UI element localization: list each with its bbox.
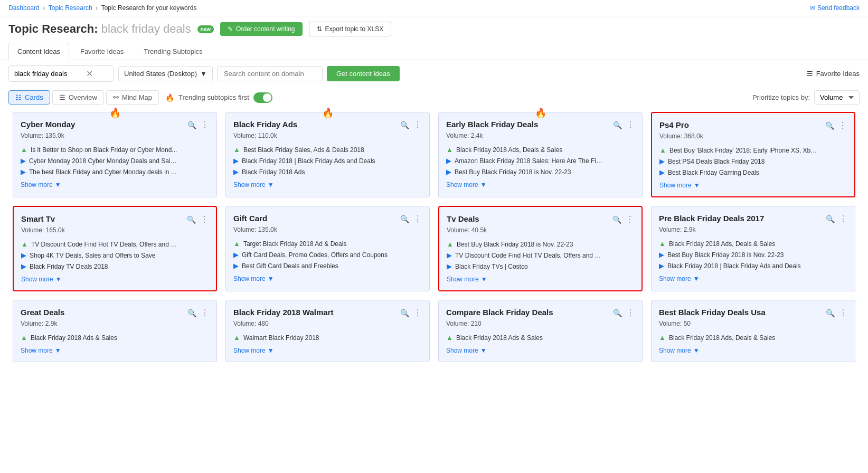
card-search-icon[interactable]: 🔍 xyxy=(400,121,409,129)
link-icon: ▶ xyxy=(233,168,239,176)
ranking-icon: ▲ xyxy=(21,240,28,248)
tab-trending-subtopics[interactable]: Trending Subtopics xyxy=(135,43,212,60)
topics-list: ▲ Is it Better to Shop on Black Friday o… xyxy=(21,146,209,176)
card-actions: 🔍 ⋮ xyxy=(400,120,422,130)
ranking-icon: ▲ xyxy=(659,240,666,248)
card-title: Pre Black Friday Deals 2017 xyxy=(659,214,826,223)
card-search-icon[interactable]: 🔍 xyxy=(826,309,835,317)
card-volume: Volume: 40.5k xyxy=(447,226,634,234)
card-search-icon[interactable]: 🔍 xyxy=(187,309,196,317)
card-search-icon[interactable]: 🔍 xyxy=(612,215,621,224)
show-more-button[interactable]: Show more ▼ xyxy=(446,181,635,188)
topic-item: ▶ Gift Card Deals, Promo Codes, Offers a… xyxy=(233,251,422,259)
card-search-icon[interactable]: 🔍 xyxy=(187,121,196,129)
card-menu-icon[interactable]: ⋮ xyxy=(626,214,634,224)
show-more-button[interactable]: Show more ▼ xyxy=(446,347,635,354)
card-title: Ps4 Pro xyxy=(659,120,825,129)
show-more-button[interactable]: Show more ▼ xyxy=(659,347,847,354)
show-more-button[interactable]: Show more ▼ xyxy=(21,181,209,188)
card-search-icon[interactable]: 🔍 xyxy=(400,215,409,223)
page-title: Topic Research: black friday deals xyxy=(8,22,191,36)
topics-list: ▲ Best Buy 'Black Friday' 2018: Early iP… xyxy=(659,146,847,176)
priority-select[interactable]: Volume xyxy=(814,90,860,105)
page-header: Topic Research: black friday deals new ✎… xyxy=(0,16,868,39)
tab-favorite-ideas[interactable]: Favorite Ideas xyxy=(71,43,133,60)
card-search-icon[interactable]: 🔍 xyxy=(826,215,835,223)
fire-badge: 🔥 xyxy=(109,107,121,119)
topic-item: ▶ Cyber Monday 2018 Cyber Monday Deals a… xyxy=(21,157,209,165)
topic-item: ▶ Amazon Black Friday 2018 Sales: Here A… xyxy=(446,157,635,165)
domain-search-input[interactable] xyxy=(217,66,323,81)
show-more-button[interactable]: Show more ▼ xyxy=(233,181,422,188)
topic-text: Walmart Black Friday 2018 xyxy=(243,334,319,342)
edit-icon: ✎ xyxy=(228,25,233,33)
country-dropdown[interactable]: United States (Desktop) ▼ xyxy=(118,66,213,81)
keyword-input-wrap[interactable]: ✕ xyxy=(8,65,114,82)
tab-content-ideas[interactable]: Content Ideas xyxy=(8,43,69,60)
topic-text: The best Black Friday and Cyber Monday d… xyxy=(29,168,176,176)
card-title: Great Deals xyxy=(21,308,187,317)
topics-list: ▲ Walmart Black Friday 2018 xyxy=(233,334,422,342)
card-menu-icon[interactable]: ⋮ xyxy=(839,214,847,224)
card-menu-icon[interactable]: ⋮ xyxy=(626,120,635,130)
topic-text: Black Friday TV Deals 2018 xyxy=(30,263,108,270)
link-icon: ▶ xyxy=(21,168,26,176)
keyword-input[interactable] xyxy=(14,70,83,78)
get-content-ideas-button[interactable]: Get content ideas xyxy=(327,66,400,81)
fire-icon: 🔥 xyxy=(165,93,174,102)
card-search-icon[interactable]: 🔍 xyxy=(613,309,622,317)
topic-text: Best Gift Card Deals and Freebies xyxy=(242,262,338,270)
show-more-button[interactable]: Show more ▼ xyxy=(233,347,422,354)
new-badge: new xyxy=(197,25,214,33)
show-more-button[interactable]: Show more ▼ xyxy=(21,347,209,354)
card-menu-icon[interactable]: ⋮ xyxy=(413,120,422,130)
card-menu-icon[interactable]: ⋮ xyxy=(201,120,209,130)
chevron-icon: ▼ xyxy=(694,182,700,189)
link-icon: ▶ xyxy=(21,262,26,270)
ranking-icon: ▲ xyxy=(659,146,666,154)
topics-list: ▲ Black Friday 2018 Ads, Deals & Sales ▶… xyxy=(446,146,635,176)
cards-view-button[interactable]: ☷ Cards xyxy=(8,90,50,105)
mind-map-icon: ⚯ xyxy=(113,93,119,101)
show-more-button[interactable]: Show more ▼ xyxy=(21,276,209,283)
topic-text: Black Friday 2018 | Black Friday Ads and… xyxy=(242,157,375,165)
show-more-button[interactable]: Show more ▼ xyxy=(659,182,847,189)
card-menu-icon[interactable]: ⋮ xyxy=(413,214,422,224)
card-menu-icon[interactable]: ⋮ xyxy=(200,214,209,224)
clear-keyword-icon[interactable]: ✕ xyxy=(86,69,93,79)
card-header: Gift Card 🔍 ⋮ xyxy=(233,214,422,224)
card-menu-icon[interactable]: ⋮ xyxy=(413,308,422,318)
trending-toggle-switch[interactable] xyxy=(253,92,272,103)
card-search-icon[interactable]: 🔍 xyxy=(613,121,622,129)
card-menu-icon[interactable]: ⋮ xyxy=(838,120,847,130)
ranking-icon: ▲ xyxy=(446,334,453,342)
topic-text: TV Discount Code Find Hot TV Deals, Offe… xyxy=(455,252,603,259)
topic-item: ▶ Shop 4K TV Deals, Sales and Offers to … xyxy=(21,251,209,259)
show-more-button[interactable]: Show more ▼ xyxy=(447,276,634,283)
chevron-icon: ▼ xyxy=(268,347,274,354)
card-search-icon[interactable]: 🔍 xyxy=(825,121,834,130)
card-actions: 🔍 ⋮ xyxy=(826,308,847,318)
send-feedback-button[interactable]: ✉ Send feedback xyxy=(810,4,860,12)
card-header: Pre Black Friday Deals 2017 🔍 ⋮ xyxy=(659,214,847,224)
overview-view-button[interactable]: ☰ Overview xyxy=(52,90,104,105)
card-search-icon[interactable]: 🔍 xyxy=(187,215,196,224)
topic-item: ▶ Black Friday 2018 Ads xyxy=(233,168,422,176)
card-search-icon[interactable]: 🔍 xyxy=(400,309,409,317)
topic-item: ▲ Best Buy 'Black Friday' 2018: Early iP… xyxy=(659,146,847,154)
topic-text: Black Friday 2018 Ads, Deals & Sales xyxy=(456,146,562,154)
export-button[interactable]: ⇅ Export topic to XLSX xyxy=(309,22,392,36)
topic-card: 🔥 Black Friday Ads 🔍 ⋮ Volume: 110.0k ▲ … xyxy=(225,112,430,197)
card-header: Best Black Friday Deals Usa 🔍 ⋮ xyxy=(659,308,847,318)
card-menu-icon[interactable]: ⋮ xyxy=(201,308,209,318)
show-more-button[interactable]: Show more ▼ xyxy=(233,275,422,282)
card-menu-icon[interactable]: ⋮ xyxy=(839,308,847,318)
order-content-button[interactable]: ✎ Order content writing xyxy=(220,22,302,36)
card-menu-icon[interactable]: ⋮ xyxy=(626,308,635,318)
topic-item: ▲ Target Black Friday 2018 Ad & Deals xyxy=(233,240,422,248)
favorite-ideas-link[interactable]: ☰ Favorite Ideas xyxy=(807,70,860,78)
mind-map-view-button[interactable]: ⚯ Mind Map xyxy=(106,90,159,105)
show-more-button[interactable]: Show more ▼ xyxy=(659,275,847,282)
topic-item: ▶ Best Black Friday Gaming Deals xyxy=(659,168,847,176)
chevron-icon: ▼ xyxy=(481,276,487,283)
